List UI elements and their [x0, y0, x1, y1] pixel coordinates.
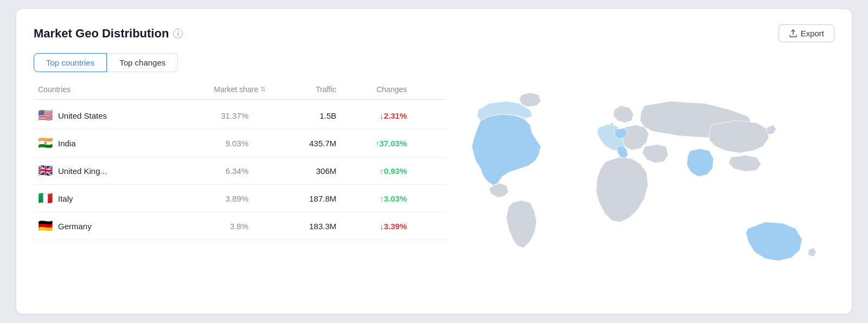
content-area: Countries Market share ⇅ Traffic Changes…: [34, 85, 834, 303]
info-icon[interactable]: i: [173, 29, 183, 38]
change-arrow: ↓: [380, 222, 384, 231]
market-geo-distribution-card: Market Geo Distribution i Export Top cou…: [16, 9, 852, 314]
traffic-value: 435.7M: [266, 139, 336, 148]
card-header: Market Geo Distribution i Export: [34, 24, 834, 42]
country-name: Germany: [58, 222, 92, 231]
change-value: ↓3.39%: [336, 222, 407, 231]
table-header: Countries Market share ⇅ Traffic Changes: [34, 85, 446, 100]
change-value: ↑3.03%: [336, 194, 407, 203]
market-share-value: 6.34%: [157, 166, 266, 176]
market-share-value: 3.89%: [157, 194, 266, 203]
country-cell: 🇮🇹 Italy: [38, 192, 157, 204]
country-name: United States: [58, 111, 107, 120]
change-value: ↓2.31%: [336, 111, 407, 120]
tab-top-countries[interactable]: Top countries: [34, 53, 107, 72]
flag-icon: 🇬🇧: [38, 165, 53, 177]
country-name: United King...: [58, 166, 107, 176]
country-cell: 🇺🇸 United States: [38, 109, 157, 121]
table-row: 🇮🇳 India 9.03% 435.7M ↑37.03%: [34, 130, 446, 157]
col-changes: Changes: [336, 85, 407, 94]
table-row: 🇮🇹 Italy 3.89% 187.8M ↑3.03%: [34, 185, 446, 212]
table-body: 🇺🇸 United States 31.37% 1.5B ↓2.31% 🇮🇳 I…: [34, 102, 446, 240]
upload-icon: [789, 29, 797, 38]
col-market-share: Market share ⇅: [157, 85, 266, 94]
export-button[interactable]: Export: [778, 24, 834, 42]
table-row: 🇺🇸 United States 31.37% 1.5B ↓2.31%: [34, 102, 446, 130]
country-name: India: [58, 139, 76, 148]
change-value: ↑37.03%: [336, 139, 407, 148]
sort-icon[interactable]: ⇅: [260, 86, 266, 93]
col-traffic: Traffic: [266, 85, 336, 94]
traffic-value: 1.5B: [266, 111, 336, 120]
export-label: Export: [801, 29, 824, 38]
traffic-value: 183.3M: [266, 222, 336, 231]
flag-icon: 🇩🇪: [38, 220, 53, 232]
change-arrow: ↑: [380, 166, 384, 176]
world-map-svg: [446, 85, 834, 303]
col-countries: Countries: [38, 85, 157, 94]
market-share-value: 31.37%: [157, 111, 266, 120]
flag-icon: 🇺🇸: [38, 109, 53, 121]
market-share-value: 3.8%: [157, 222, 266, 231]
change-arrow: ↓: [380, 111, 384, 120]
flag-icon: 🇮🇹: [38, 192, 53, 204]
country-name: Italy: [58, 194, 73, 203]
change-arrow: ↑: [380, 194, 384, 203]
traffic-value: 306M: [266, 166, 336, 176]
traffic-value: 187.8M: [266, 194, 336, 203]
data-table: Countries Market share ⇅ Traffic Changes…: [34, 85, 446, 303]
title-text: Market Geo Distribution: [34, 27, 169, 41]
tab-top-changes[interactable]: Top changes: [107, 53, 178, 72]
country-cell: 🇮🇳 India: [38, 137, 157, 149]
tab-bar: Top countries Top changes: [34, 53, 834, 72]
flag-icon: 🇮🇳: [38, 137, 53, 149]
card-title: Market Geo Distribution i: [34, 27, 183, 41]
country-cell: 🇬🇧 United King...: [38, 165, 157, 177]
world-map-section: [446, 85, 834, 303]
market-share-value: 9.03%: [157, 139, 266, 148]
change-value: ↑0.93%: [336, 166, 407, 176]
country-cell: 🇩🇪 Germany: [38, 220, 157, 232]
table-row: 🇩🇪 Germany 3.8% 183.3M ↓3.39%: [34, 212, 446, 240]
table-row: 🇬🇧 United King... 6.34% 306M ↑0.93%: [34, 157, 446, 185]
change-arrow: ↑: [375, 139, 380, 148]
